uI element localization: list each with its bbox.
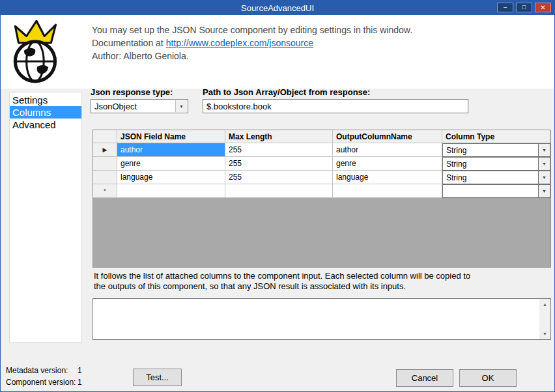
cell-field[interactable] (117, 184, 225, 198)
sidebar-nav: Settings Columns Advanced (9, 92, 82, 343)
row-selector[interactable] (93, 157, 117, 171)
cell-column-type: String ▼ (442, 171, 550, 184)
column-type-dropdown[interactable]: String ▼ (442, 157, 550, 171)
table-row-new: * ▼ (93, 184, 550, 198)
scroll-down-icon[interactable]: ▼ (539, 328, 550, 339)
header-text: You may set up the JSON Source component… (92, 23, 412, 63)
response-type-label: Json response type: (91, 87, 173, 97)
output-textbox[interactable]: ▲ ▼ (92, 298, 551, 340)
close-button[interactable]: ✕ (535, 3, 551, 12)
header-line1: You may set up the JSON Source component… (92, 23, 412, 36)
row-selector[interactable]: ▶ (93, 143, 117, 157)
table-row: genre 255 genre String ▼ (93, 157, 550, 171)
json-path-label: Path to Json Array/Object from response: (203, 87, 370, 97)
test-button[interactable]: Test... (133, 369, 182, 386)
close-icon: ✕ (540, 5, 545, 11)
cell-max-length[interactable]: 255 (225, 171, 333, 184)
header-line3: Author: Alberto Geniola. (92, 49, 412, 63)
minimize-button[interactable]: – (497, 3, 513, 12)
column-type-value: String (446, 173, 466, 182)
header-line2: Documentation at http://www.codeplex.com… (92, 36, 412, 49)
maximize-icon: □ (522, 5, 526, 10)
window-controls: – □ ✕ (497, 3, 551, 12)
grid-header-field[interactable]: JSON Field Name (117, 130, 225, 143)
grid-header-maxlength[interactable]: Max Length (225, 130, 333, 143)
cancel-button[interactable]: Cancel (396, 369, 453, 387)
column-type-value: String (446, 146, 466, 155)
row-selector[interactable] (93, 171, 117, 184)
table-row: language 255 language String ▼ (93, 171, 550, 184)
json-path-input[interactable]: $.bookstore.book (203, 99, 468, 113)
sidebar-item-columns[interactable]: Columns (10, 106, 81, 119)
column-type-value: String (446, 160, 466, 169)
cell-column-type: String ▼ (442, 143, 550, 157)
documentation-link[interactable]: http://www.codeplex.com/jsonsource (166, 38, 313, 48)
component-version-label: Component version: (6, 378, 76, 387)
dialog-window: SourceAdvancedUI – □ ✕ Yo (0, 0, 555, 392)
cell-output-name[interactable]: author (333, 143, 442, 157)
cell-max-length[interactable]: 255 (225, 157, 333, 171)
row-selector[interactable]: * (93, 184, 117, 198)
vertical-scrollbar[interactable]: ▲ ▼ (539, 299, 550, 339)
column-type-dropdown[interactable]: String ▼ (442, 171, 550, 184)
chevron-down-icon[interactable]: ▼ (538, 171, 550, 184)
cell-output-name[interactable]: genre (333, 157, 442, 171)
chevron-down-icon[interactable]: ▼ (538, 158, 550, 170)
sidebar-item-advanced[interactable]: Advanced (10, 119, 81, 131)
cell-max-length[interactable]: 255 (225, 143, 333, 157)
description-line1: It follows the list of attached columns … (94, 271, 470, 281)
grid-header-output[interactable]: OutputColumnName (333, 130, 442, 143)
metadata-version-value: 1 (78, 366, 82, 375)
cell-field[interactable]: author (117, 143, 225, 157)
table-row: ▶ author 255 author String ▼ (93, 143, 550, 157)
maximize-button[interactable]: □ (516, 3, 532, 12)
response-type-dropdown[interactable]: JsonObject ▼ (91, 99, 188, 113)
cell-column-type: ▼ (442, 184, 550, 198)
columns-grid: JSON Field Name Max Length OutputColumnN… (92, 130, 551, 268)
sidebar-item-settings[interactable]: Settings (10, 94, 81, 106)
cell-output-name[interactable] (333, 184, 442, 198)
cell-field[interactable]: language (117, 171, 225, 184)
grid-header-row: JSON Field Name Max Length OutputColumnN… (93, 130, 550, 143)
column-type-dropdown[interactable]: ▼ (442, 184, 550, 198)
documentation-prefix: Documentation at (92, 38, 166, 48)
description-line2: the outputs of this component, so that a… (94, 281, 470, 292)
column-type-dropdown[interactable]: String ▼ (442, 143, 550, 157)
cell-output-name[interactable]: language (333, 171, 442, 184)
chevron-down-icon[interactable]: ▼ (175, 100, 187, 112)
metadata-version-label: Metadata version: (6, 366, 68, 375)
grid-description: It follows the list of attached columns … (94, 271, 470, 292)
json-path-value: $.bookstore.book (206, 102, 272, 111)
chevron-down-icon[interactable]: ▼ (538, 144, 550, 156)
cell-max-length[interactable] (225, 184, 333, 198)
component-version-value: 1 (78, 378, 82, 387)
minimize-icon: – (504, 5, 507, 10)
header: You may set up the JSON Source component… (1, 15, 554, 89)
window-title: SourceAdvancedUI (1, 3, 554, 13)
crown-globe-logo (4, 19, 70, 85)
grid-header-selector (93, 130, 117, 143)
cell-field[interactable]: genre (117, 157, 225, 171)
ok-button[interactable]: OK (459, 369, 517, 387)
response-type-value: JsonObject (94, 102, 137, 111)
scroll-up-icon[interactable]: ▲ (539, 299, 550, 310)
cell-column-type: String ▼ (442, 157, 550, 171)
chevron-down-icon[interactable]: ▼ (538, 185, 550, 197)
titlebar[interactable]: SourceAdvancedUI – □ ✕ (1, 1, 554, 15)
grid-header-type[interactable]: Column Type (442, 130, 550, 143)
